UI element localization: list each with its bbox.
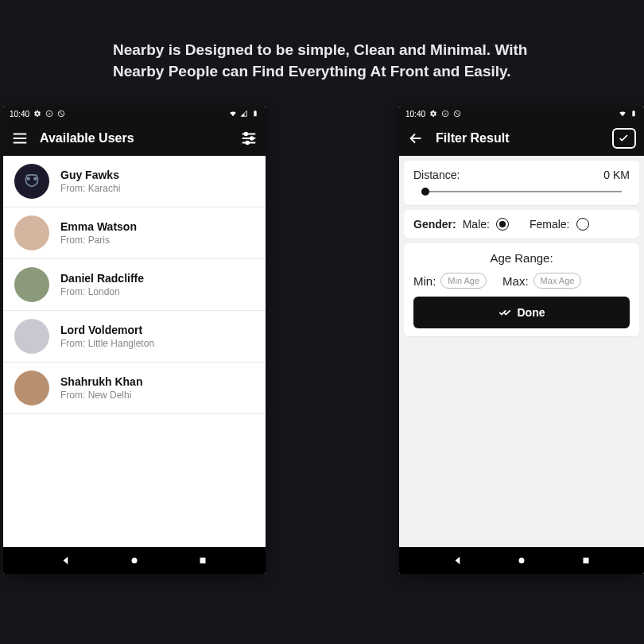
filter-sliders-icon[interactable] [240,130,258,147]
svg-rect-16 [583,558,588,564]
user-list: Guy Fawks From: Karachi Emma Watson From… [3,156,266,547]
app-bar-title: Filter Result [436,131,509,145]
status-bar: 10:40 [399,107,644,121]
list-item[interactable]: Shahrukh Khan From: New Delhi [3,363,266,414]
max-label: Max: [502,274,529,288]
nav-recent-icon[interactable] [197,555,208,566]
double-check-icon [499,306,511,319]
back-arrow-icon[interactable] [407,130,425,147]
avatar [14,215,49,250]
avatar [14,267,49,302]
male-label: Male: [463,218,490,231]
app-bar: Available Users [3,121,266,156]
gender-card: Gender: Male: Female: [404,210,639,239]
menu-icon[interactable] [11,130,29,147]
gear-icon [429,110,437,118]
circle-caret-icon [45,110,53,118]
phone-available-users: 10:40 Available Use [3,107,266,574]
no-sync-icon [57,110,65,118]
svg-point-7 [27,177,30,180]
battery-icon [251,110,259,118]
nav-back-icon[interactable] [60,555,72,566]
svg-rect-14 [633,111,634,111]
status-time: 10:40 [405,110,425,118]
user-from: From: New Delhi [60,390,142,401]
user-from: From: Little Hangleton [60,338,154,349]
max-age-input[interactable]: Max Age [533,273,582,289]
distance-label: Distance: [413,169,460,181]
avatar [14,319,49,354]
done-label: Done [518,306,545,319]
svg-point-6 [246,142,249,145]
gear-icon [33,110,41,118]
app-bar: Filter Result [399,121,644,156]
distance-card: Distance: 0 KM [404,161,639,205]
nav-back-icon[interactable] [452,555,464,566]
list-item[interactable]: Emma Watson From: Paris [3,208,266,259]
phone-filter-result: 10:40 Filter Result [399,107,644,574]
list-item[interactable]: Guy Fawks From: Karachi [3,156,266,208]
age-range-title: Age Range: [413,251,630,265]
avatar [14,370,49,405]
avatar [14,164,49,199]
no-sync-icon [453,110,461,118]
done-button[interactable]: Done [413,297,630,328]
battery-icon [630,110,638,118]
nav-home-icon[interactable] [516,555,527,566]
status-time: 10:40 [10,110,29,118]
user-name: Lord Voldemort [60,324,154,336]
filter-body: Distance: 0 KM Gender: Male: Female: Age… [399,156,644,547]
user-from: From: Paris [60,235,137,246]
wifi-icon [619,110,627,118]
age-card: Age Range: Min: Min Age Max: Max Age Don… [404,243,639,336]
svg-point-4 [245,133,248,136]
distance-value: 0 KM [603,169,630,181]
android-nav-bar [3,547,266,574]
user-from: From: London [60,286,144,297]
list-item[interactable]: Daniel Radcliffe From: London [3,259,266,311]
circle-caret-icon [441,110,449,118]
list-item[interactable]: Lord Voldemort From: Little Hangleton [3,311,266,363]
app-bar-title: Available Users [40,131,134,145]
gender-label: Gender: [413,218,456,231]
nav-recent-icon[interactable] [580,555,592,566]
user-name: Shahrukh Khan [60,375,142,388]
svg-point-8 [33,177,37,180]
marketing-headline: Nearby is Designed to be simple, Clean a… [113,40,572,82]
svg-point-9 [132,558,138,564]
svg-rect-13 [632,111,634,117]
male-radio[interactable] [496,218,509,231]
svg-point-15 [519,558,525,564]
svg-rect-3 [254,111,256,111]
nav-home-icon[interactable] [129,555,140,566]
user-name: Daniel Radcliffe [60,272,144,285]
female-radio[interactable] [576,218,589,231]
wifi-icon [229,110,237,118]
svg-rect-2 [254,111,256,117]
android-nav-bar [399,547,644,574]
min-age-input[interactable]: Min Age [440,273,487,289]
confirm-button[interactable] [612,128,636,149]
user-name: Emma Watson [60,220,137,233]
svg-point-5 [250,137,254,140]
user-from: From: Karachi [60,183,120,194]
svg-rect-10 [200,558,206,564]
min-label: Min: [413,274,436,288]
status-bar: 10:40 [3,107,266,121]
user-name: Guy Fawks [60,169,120,181]
distance-slider[interactable] [413,186,630,197]
female-label: Female: [530,218,570,231]
signal-icon [240,110,248,118]
